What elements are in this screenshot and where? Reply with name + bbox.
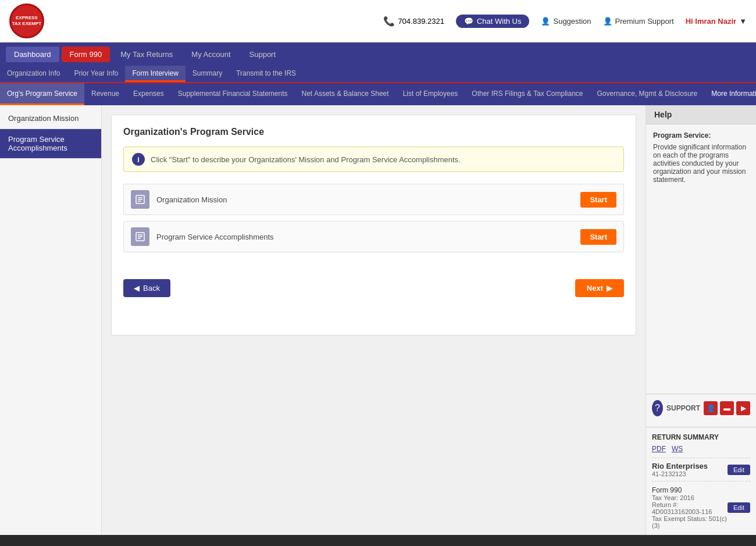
org-mission-row-icon xyxy=(131,190,149,209)
next-arrow-icon: ▶ xyxy=(607,284,612,292)
help-section-title: Program Service: xyxy=(653,131,749,140)
bottom-nav: ◀ Back Next ▶ xyxy=(123,270,624,297)
help-header: Help xyxy=(646,105,756,124)
org-mission-row: Organization Mission Start xyxy=(123,184,624,215)
sidebar-item-org-mission[interactable]: Organization Mission xyxy=(0,108,101,129)
back-arrow-icon: ◀ xyxy=(134,284,140,292)
user-name: Hi Imran Nazir xyxy=(686,17,736,26)
tab-prioryearinfo[interactable]: Prior Year Info xyxy=(67,66,125,82)
form-row: Form 990 Tax Year: 2016 Return #: 4D0031… xyxy=(652,486,750,529)
support-icons-row: 👤 ▬ ▶ xyxy=(704,401,750,415)
premium-support-label: Premium Support xyxy=(615,17,674,26)
tab-summary[interactable]: Summary xyxy=(186,66,229,82)
help-section-text: Provide significant information on each … xyxy=(653,143,749,184)
nav-myaccount-button[interactable]: My Account xyxy=(183,47,238,62)
support-chat-icon[interactable]: ▬ xyxy=(720,401,734,415)
chat-icon: 💬 xyxy=(464,17,473,26)
form-tab-employees[interactable]: List of Employees xyxy=(396,83,465,105)
support-video-icon[interactable]: ▶ xyxy=(736,401,750,415)
company-row: Rio Enterprises 41-2132123 Edit xyxy=(652,462,750,477)
user-greeting[interactable]: Hi Imran Nazir ▼ xyxy=(686,17,747,26)
phone-item[interactable]: 📞 704.839.2321 xyxy=(383,16,444,27)
next-button[interactable]: Next ▶ xyxy=(575,279,624,297)
nav-support-button[interactable]: Support xyxy=(241,47,284,62)
pdf-link[interactable]: PDF xyxy=(652,445,666,453)
form-return-number: Return #: 4D00313162003-116 xyxy=(652,501,728,515)
tab-forminterview[interactable]: Form Interview xyxy=(125,66,185,82)
return-summary-title: RETURN SUMMARY xyxy=(652,433,750,441)
logo-area: EXPRESS TAX EXEMPT xyxy=(9,3,44,38)
phone-icon: 📞 xyxy=(383,16,395,27)
chat-label: Chat With Us xyxy=(477,17,522,26)
prog-service-row: Program Service Accomplishments Start xyxy=(123,221,624,252)
nav-buttons-bar: Dashboard Form 990 My Tax Returns My Acc… xyxy=(0,42,756,66)
phone-number: 704.839.2321 xyxy=(398,17,444,26)
form-tax-year: Tax Year: 2016 xyxy=(652,494,728,501)
back-label: Back xyxy=(143,284,160,292)
user-dropdown-icon: ▼ xyxy=(739,17,747,26)
top-bar-right: 📞 704.839.2321 💬 Chat With Us 👤 Suggesti… xyxy=(383,15,747,28)
logo-text: EXPRESS TAX EXEMPT xyxy=(11,15,42,26)
premium-support-item[interactable]: 👤 Premium Support xyxy=(603,17,674,26)
ws-link[interactable]: WS xyxy=(672,445,683,453)
prog-service-label: Program Service Accomplishments xyxy=(156,233,580,241)
top-tab-bar: Organization Info Prior Year Info Form I… xyxy=(0,66,756,83)
form-tab-governance[interactable]: Governance, Mgmt & Disclosure xyxy=(590,83,705,105)
nav-dashboard-button[interactable]: Dashboard xyxy=(6,47,59,62)
content-panel: Organization's Program Service i Click "… xyxy=(111,115,636,336)
support-section: ? SUPPORT 👤 ▬ ▶ xyxy=(646,394,756,427)
footer: Terms of Use | Privacy Policy ExpressTax… xyxy=(0,535,756,546)
form-tab-netassets[interactable]: Net Assets & Balance Sheet xyxy=(295,83,396,105)
suggestion-item[interactable]: 👤 Suggestion xyxy=(541,17,591,26)
pdf-ws-row: PDF WS xyxy=(652,445,750,453)
back-button[interactable]: ◀ Back xyxy=(123,279,170,297)
chat-button[interactable]: 💬 Chat With Us xyxy=(456,15,530,28)
support-user-icon[interactable]: 👤 xyxy=(704,401,718,415)
logo: EXPRESS TAX EXEMPT xyxy=(9,3,44,38)
form-tab-orgsvc[interactable]: Org's Program Service xyxy=(0,83,84,105)
company-ein: 41-2132123 xyxy=(652,470,708,477)
sidebar-item-prog-service[interactable]: Program Service Accomplishments xyxy=(0,129,101,159)
org-mission-label: Organization Mission xyxy=(156,195,580,204)
next-label: Next xyxy=(587,284,603,292)
header-top-bar: EXPRESS TAX EXEMPT 📞 704.839.2321 💬 Chat… xyxy=(0,0,756,42)
nav-form990-button[interactable]: Form 990 xyxy=(62,47,110,62)
form-tab-otherirs[interactable]: Other IRS Filings & Tax Compliance xyxy=(465,83,590,105)
return-summary: RETURN SUMMARY PDF WS Rio Enterprises 41… xyxy=(646,427,756,535)
more-info-label: More Information xyxy=(711,90,756,98)
help-title: Help xyxy=(654,110,672,119)
support-help-icon[interactable]: ? xyxy=(652,400,663,416)
tab-transmit[interactable]: Transmit to the IRS xyxy=(229,66,303,82)
form-edit-button[interactable]: Edit xyxy=(728,502,750,513)
support-label: SUPPORT xyxy=(666,404,700,412)
suggestion-icon: 👤 xyxy=(541,17,550,26)
support-row: ? SUPPORT 👤 ▬ ▶ xyxy=(652,400,750,416)
form-tab-revenue[interactable]: Revenue xyxy=(84,83,126,105)
footer-links: Terms of Use | Privacy Policy xyxy=(8,543,748,546)
form-name: Form 990 xyxy=(652,486,728,494)
content-area: Organization's Program Service i Click "… xyxy=(102,105,646,535)
premium-support-icon: 👤 xyxy=(603,17,612,26)
suggestion-label: Suggestion xyxy=(553,17,591,26)
info-banner: i Click "Start" to describe your Organiz… xyxy=(123,147,624,172)
form-tab-expenses[interactable]: Expenses xyxy=(126,83,171,105)
help-body: Program Service: Provide significant inf… xyxy=(646,124,756,394)
form-tab-suppfinancial[interactable]: Supplemental Financial Statements xyxy=(171,83,295,105)
company-name: Rio Enterprises xyxy=(652,462,708,470)
left-sidebar: Organization Mission Program Service Acc… xyxy=(0,105,102,535)
prog-service-row-icon xyxy=(131,227,149,246)
prog-service-start-button[interactable]: Start xyxy=(580,229,616,245)
help-panel: Help Program Service: Provide significan… xyxy=(646,105,756,535)
info-icon: i xyxy=(132,153,145,166)
company-edit-button[interactable]: Edit xyxy=(728,465,750,475)
main-area: Organization Mission Program Service Acc… xyxy=(0,105,756,535)
form-tab-moreinfo[interactable]: More Information ▾ xyxy=(704,83,756,105)
tab-orginfo[interactable]: Organization Info xyxy=(0,66,67,82)
info-text: Click "Start" to describe your Organizat… xyxy=(151,155,461,164)
page-title: Organization's Program Service xyxy=(123,127,624,137)
org-mission-start-button[interactable]: Start xyxy=(580,192,616,208)
form-tax-status: Tax Exempt Status: 501(c)(3) xyxy=(652,515,728,529)
nav-mytaxreturns-button[interactable]: My Tax Returns xyxy=(112,47,181,62)
form-tab-bar: Org's Program Service Revenue Expenses S… xyxy=(0,83,756,105)
